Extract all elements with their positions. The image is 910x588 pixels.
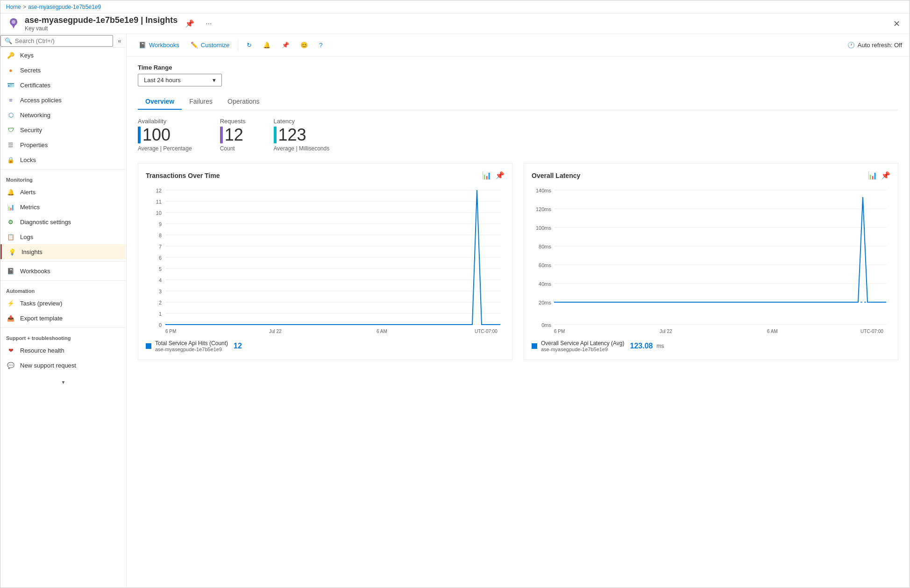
chart-transactions-legend-bar: [146, 343, 151, 349]
charts-grid: Transactions Over Time 📊 📌 12 11: [138, 163, 898, 360]
metric-requests-label: Requests: [220, 118, 246, 125]
toolbar-separator-1: [238, 40, 238, 51]
pin-button[interactable]: 📌: [181, 17, 198, 30]
chart-latency-svg: 140ms 120ms 100ms 80ms 60ms 40ms 20ms 0m…: [532, 185, 890, 335]
metric-latency-sublabel: Average | Milliseconds: [274, 145, 330, 152]
svg-text:6 AM: 6 AM: [767, 329, 778, 334]
metric-availability-value-row: 100: [138, 127, 192, 143]
support-section-label: Support + troubleshooting: [0, 330, 126, 343]
emoji-icon: 😊: [300, 42, 308, 49]
metric-requests-value-row: 12: [220, 127, 246, 143]
sidebar-label-export-template: Export template: [20, 315, 63, 322]
metrics-icon: 📊: [6, 202, 15, 212]
sidebar-item-certificates[interactable]: 🪪 Certificates: [0, 78, 126, 92]
breadcrumb-home[interactable]: Home: [6, 4, 21, 10]
sidebar-label-security: Security: [20, 127, 42, 134]
svg-text:0ms: 0ms: [541, 322, 551, 328]
export-template-icon: 📤: [6, 313, 15, 323]
chart-latency-legend-value: 123.08: [630, 342, 653, 350]
chart-transactions-pin-btn[interactable]: 📌: [495, 171, 505, 180]
svg-text:6 AM: 6 AM: [377, 329, 387, 334]
sidebar-item-insights[interactable]: 💡 Insights: [0, 244, 126, 259]
svg-text:Jul 22: Jul 22: [660, 329, 672, 334]
sidebar-item-diagnostic-settings[interactable]: ⚙ Diagnostic settings: [0, 214, 126, 229]
chart-latency-legend-bar: [532, 343, 537, 349]
close-button[interactable]: ✕: [889, 17, 904, 31]
chart-transactions: Transactions Over Time 📊 📌 12 11: [138, 163, 512, 360]
sidebar: 🔍 « 🔑 Keys ● Secrets 🪪 Certifica: [0, 34, 127, 588]
svg-text:Jul 22: Jul 22: [269, 329, 282, 334]
tab-failures[interactable]: Failures: [182, 94, 220, 110]
networking-icon: ⬡: [6, 110, 15, 120]
sidebar-item-properties[interactable]: ☰ Properties: [0, 137, 126, 152]
sidebar-item-locks[interactable]: 🔒 Locks: [0, 152, 126, 167]
workbooks-button[interactable]: 📓 Workbooks: [134, 39, 184, 51]
sidebar-item-tasks[interactable]: ⚡ Tasks (preview): [0, 296, 126, 311]
sidebar-item-resource-health[interactable]: ❤ Resource health: [0, 343, 126, 358]
sidebar-search-row: 🔍 «: [0, 34, 126, 48]
customize-icon: ✏️: [191, 42, 198, 49]
tab-overview[interactable]: Overview: [138, 94, 182, 110]
page-title: ase-myasegpude-1e7b5e1e9 | Insights: [25, 15, 178, 25]
divider-workbooks: [0, 261, 126, 262]
chart-transactions-actions: 📊 📌: [482, 171, 505, 180]
sidebar-item-keys[interactable]: 🔑 Keys: [0, 48, 126, 63]
sidebar-label-tasks: Tasks (preview): [20, 300, 62, 307]
chart-latency-legend-text: Overall Service Api Latency (Avg): [541, 340, 625, 347]
chart-transactions-metrics-btn[interactable]: 📊: [482, 171, 491, 180]
customize-button[interactable]: ✏️ Customize: [186, 39, 234, 51]
svg-text:4: 4: [159, 277, 162, 283]
help-icon: ?: [319, 42, 322, 49]
search-box[interactable]: 🔍: [0, 35, 113, 47]
sidebar-label-access-policies: Access policies: [20, 97, 62, 104]
sidebar-collapse-button[interactable]: «: [113, 34, 126, 47]
chart-latency-metrics-btn[interactable]: 📊: [868, 171, 877, 180]
svg-text:10: 10: [156, 210, 162, 216]
chart-latency-pin-btn[interactable]: 📌: [881, 171, 890, 180]
breadcrumb: Home > ase-myasegpude-1e7b5e1e9: [0, 0, 910, 14]
sidebar-item-metrics[interactable]: 📊 Metrics: [0, 199, 126, 214]
automation-section-label: Automation: [0, 283, 126, 296]
sidebar-item-alerts[interactable]: 🔔 Alerts: [0, 184, 126, 199]
svg-text:11: 11: [156, 199, 162, 205]
sidebar-item-new-support[interactable]: 💬 New support request: [0, 358, 126, 373]
sidebar-item-networking[interactable]: ⬡ Networking: [0, 107, 126, 122]
more-button[interactable]: ···: [202, 18, 215, 30]
tab-operations[interactable]: Operations: [220, 94, 267, 110]
emoji-button[interactable]: 😊: [296, 39, 313, 51]
sidebar-label-secrets: Secrets: [20, 67, 41, 74]
help-button[interactable]: ?: [314, 39, 327, 51]
chart-transactions-header: Transactions Over Time 📊 📌: [146, 171, 505, 180]
logs-icon: 📋: [6, 232, 15, 241]
divider-automation: [0, 280, 126, 281]
sidebar-item-logs[interactable]: 📋 Logs: [0, 229, 126, 244]
sidebar-label-resource-health: Resource health: [20, 347, 64, 354]
svg-text:UTC-07:00: UTC-07:00: [475, 329, 498, 334]
sidebar-item-export-template[interactable]: 📤 Export template: [0, 311, 126, 326]
customize-label: Customize: [201, 42, 229, 49]
chart-latency-legend-sub: ase-myasegpude-1e7b5e1e9: [541, 347, 625, 352]
chart-latency-header: Overall Latency 📊 📌: [532, 171, 890, 180]
search-input[interactable]: [15, 37, 109, 44]
workbooks-icon: 📓: [6, 266, 15, 276]
sidebar-item-access-policies[interactable]: ≡ Access policies: [0, 92, 126, 107]
metric-availability: Availability 100 Average | Percentage: [138, 118, 192, 152]
svg-point-1: [12, 20, 15, 24]
sidebar-label-new-support: New support request: [20, 362, 76, 369]
time-range-select[interactable]: Last 24 hours ▾: [138, 74, 222, 86]
svg-text:6 PM: 6 PM: [165, 329, 176, 334]
refresh-button[interactable]: ↻: [242, 39, 256, 51]
sidebar-item-secrets[interactable]: ● Secrets: [0, 63, 126, 78]
chart-transactions-legend-sub: ase-myasegpude-1e7b5e1e9: [155, 347, 228, 352]
breadcrumb-sep1: >: [23, 4, 26, 10]
workbooks-toolbar-label: Workbooks: [149, 42, 179, 49]
breadcrumb-current[interactable]: ase-myasegpude-1e7b5e1e9: [28, 4, 101, 10]
sidebar-item-security[interactable]: 🛡 Security: [0, 122, 126, 137]
notification-button[interactable]: 🔔: [258, 39, 275, 51]
svg-text:2: 2: [159, 300, 162, 305]
chart-latency-svg-container: 140ms 120ms 100ms 80ms 60ms 40ms 20ms 0m…: [532, 185, 890, 336]
chart-transactions-legend-text: Total Service Api Hits (Count): [155, 340, 228, 347]
sidebar-label-keys: Keys: [20, 52, 34, 59]
sidebar-item-workbooks[interactable]: 📓 Workbooks: [0, 263, 126, 278]
pin-toolbar-button[interactable]: 📌: [277, 39, 294, 51]
